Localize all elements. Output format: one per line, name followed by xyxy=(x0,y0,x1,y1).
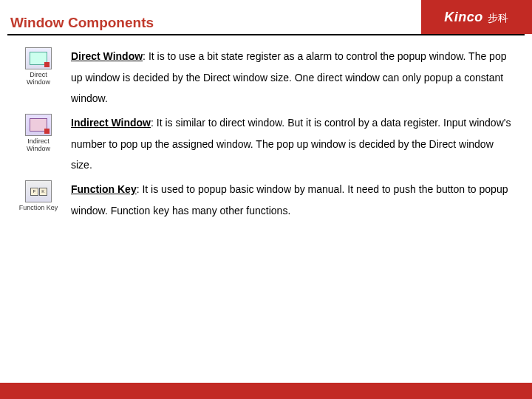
section-function-key: FK Function Key Function Key: It is used… xyxy=(18,179,514,221)
section-direct-window: Direct Window Direct Window: It is to us… xyxy=(18,46,514,109)
footer-bar xyxy=(0,383,532,399)
direct-window-icon: Direct Window xyxy=(18,47,59,86)
function-key-text: Function Key: It is used to popup basic … xyxy=(71,179,514,221)
section-indirect-window: Indirect Window Indirect Window: It is s… xyxy=(18,112,514,176)
page-title: Window Components xyxy=(0,7,421,34)
brand-logo-text: Kinco步科 xyxy=(444,10,509,25)
function-key-icon: FK Function Key xyxy=(18,180,59,211)
icon-label: Direct Window xyxy=(18,71,59,86)
brand-logo: Kinco步科 xyxy=(421,0,532,34)
indirect-window-icon: Indirect Window xyxy=(18,114,59,152)
indirect-window-text: Indirect Window: It is similar to direct… xyxy=(71,112,514,176)
header: Window Components Kinco步科 xyxy=(0,0,532,34)
icon-label: Function Key xyxy=(18,204,59,211)
content-area: Direct Window Direct Window: It is to us… xyxy=(0,35,532,222)
direct-window-text: Direct Window: It is to use a bit state … xyxy=(71,46,514,109)
icon-label: Indirect Window xyxy=(18,137,59,152)
